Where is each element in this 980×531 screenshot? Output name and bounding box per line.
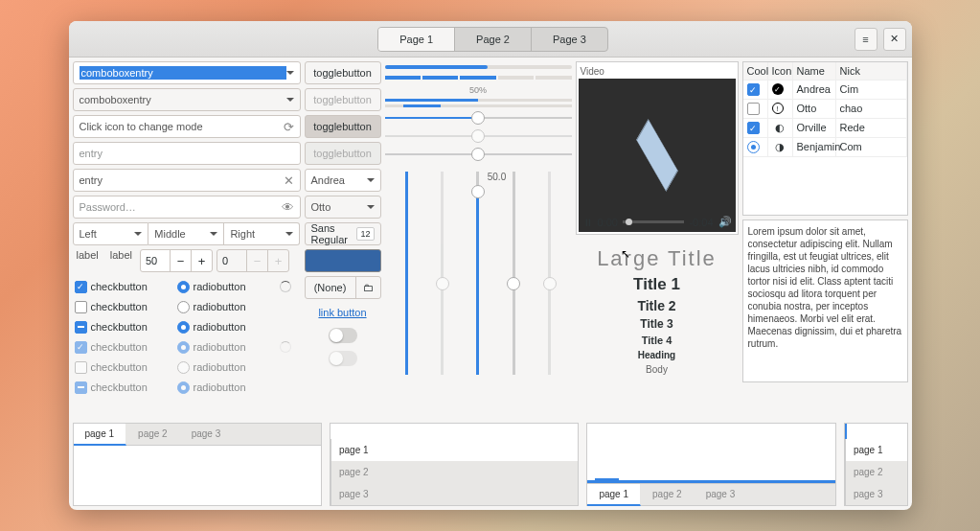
- togglebutton-disabled-on: togglebutton: [305, 142, 381, 165]
- header-tab-page3[interactable]: Page 3: [532, 28, 607, 51]
- slider-1[interactable]: [385, 110, 572, 126]
- seg-left[interactable]: Left: [73, 222, 149, 245]
- nb-tab[interactable]: page 1: [846, 439, 907, 461]
- seg-middle[interactable]: Middle: [148, 222, 224, 245]
- radio-mixed-disabled: [177, 381, 190, 394]
- checkbox[interactable]: [747, 103, 760, 115]
- levelbar-discrete: [385, 76, 572, 80]
- spinner-icon: [280, 341, 291, 353]
- checkbox-unchecked-disabled: [75, 361, 87, 374]
- minus-button: −: [246, 250, 267, 271]
- radio-mixed[interactable]: [177, 321, 190, 334]
- table-row[interactable]: ✓ ◐ Orville Rede: [743, 119, 907, 138]
- textview[interactable]: Lorem ipsum dolor sit amet, consectetur …: [742, 219, 908, 382]
- nb-tab[interactable]: page 1: [74, 424, 127, 446]
- combo-andrea[interactable]: Andrea: [305, 169, 381, 192]
- close-icon: ✕: [890, 33, 899, 45]
- checkbox[interactable]: ✓: [747, 83, 760, 96]
- levelbar-solid: [385, 65, 572, 69]
- notebook-right: page 1 page 2 page 3: [330, 423, 579, 506]
- nb-tab[interactable]: page 1: [331, 439, 578, 461]
- chevron-down-icon: [367, 205, 375, 209]
- linked-dropdowns: Left Middle Right: [73, 222, 301, 245]
- mode-entry[interactable]: Click icon to change mode⟳: [73, 115, 301, 138]
- radio-on-disabled: [177, 341, 190, 354]
- vslider-1[interactable]: [405, 172, 408, 375]
- nb-tab[interactable]: page 3: [846, 483, 907, 505]
- pause-icon[interactable]: ⏸: [582, 217, 593, 228]
- nb-tab[interactable]: page 2: [126, 424, 180, 445]
- hamburger-menu-button[interactable]: ≡: [855, 28, 877, 51]
- progressbar-50: [385, 99, 572, 102]
- notebook-row: page 1 page 2 page 3 page 1 page 2 page …: [69, 419, 912, 510]
- slider-marks[interactable]: [385, 147, 572, 162]
- link-button[interactable]: link button: [305, 303, 381, 322]
- diamond-icon: [636, 119, 677, 191]
- label-1: label: [73, 249, 103, 272]
- chevron-down-icon: [286, 98, 294, 102]
- typography-samples: Large Title Title 1 Title 2 Title 3 Titl…: [576, 239, 739, 382]
- nb-tab[interactable]: page 3: [180, 424, 234, 445]
- close-button[interactable]: ✕: [883, 28, 906, 51]
- checkbox-checked-disabled: ✓: [75, 341, 87, 354]
- comboboxentry[interactable]: comboboxentry: [73, 61, 301, 84]
- eye-icon[interactable]: 👁: [282, 200, 294, 215]
- treeview[interactable]: Cool Icon Name Nick ✓ ✓ Andrea Cim ! Ott…: [742, 61, 908, 216]
- spinbox-50[interactable]: 50−+: [140, 249, 213, 272]
- radio-on[interactable]: [177, 281, 190, 293]
- switch-1[interactable]: [329, 328, 357, 343]
- comboboxentry-disabled: comboboxentry: [73, 88, 301, 111]
- vslider-4[interactable]: [513, 172, 515, 375]
- minus-button[interactable]: −: [170, 250, 191, 271]
- slider-disabled: [385, 128, 572, 144]
- table-row[interactable]: ◑ Benjamin Com: [743, 138, 907, 157]
- entry-plain[interactable]: entry: [73, 142, 301, 165]
- status-icon: ◑: [775, 141, 785, 152]
- video-frame[interactable]: ⏸ 0:00 -0:04 🔊: [579, 79, 736, 232]
- plus-button[interactable]: +: [191, 250, 212, 271]
- entry-clearable[interactable]: entry✕: [73, 169, 301, 192]
- radio[interactable]: [747, 141, 760, 153]
- chevron-down-icon: [285, 232, 293, 236]
- table-row[interactable]: ! Otto chao: [743, 100, 907, 119]
- checkbox-unchecked[interactable]: [75, 301, 87, 313]
- clear-icon[interactable]: ✕: [284, 173, 294, 188]
- nb-tab[interactable]: page 1: [587, 484, 641, 506]
- video-widget: Video ⏸ 0:00 -0:04 🔊: [576, 61, 739, 235]
- video-seek[interactable]: [623, 220, 685, 223]
- progress-label: 50%: [385, 85, 572, 95]
- togglebutton-active[interactable]: togglebutton: [305, 115, 381, 138]
- password-entry[interactable]: Password…👁: [73, 196, 301, 219]
- vertical-sliders: 50.0: [385, 168, 572, 379]
- header-tab-page2[interactable]: Page 2: [455, 28, 532, 51]
- font-button[interactable]: Sans Regular12: [305, 222, 381, 245]
- checkbox-ind-disabled: [75, 381, 87, 394]
- nb-tab[interactable]: page 2: [641, 484, 695, 505]
- refresh-icon[interactable]: ⟳: [284, 120, 294, 134]
- checkbox[interactable]: ✓: [747, 122, 760, 134]
- checkbox-indeterminate[interactable]: [75, 321, 87, 334]
- radio-off[interactable]: [177, 301, 190, 313]
- vslider-3[interactable]: [476, 172, 479, 375]
- header-tab-page1[interactable]: Page 1: [378, 28, 455, 51]
- togglebutton-disabled-off: togglebutton: [305, 88, 381, 111]
- chevron-down-icon: [367, 178, 375, 182]
- chevron-down-icon: [286, 71, 294, 75]
- header-page-switcher: Page 1 Page 2 Page 3: [377, 27, 608, 52]
- table-row[interactable]: ✓ ✓ Andrea Cim: [743, 81, 907, 100]
- nb-tab[interactable]: page 2: [331, 461, 578, 483]
- togglebutton-1[interactable]: togglebutton: [305, 61, 381, 84]
- volume-icon[interactable]: 🔊: [718, 216, 732, 228]
- vslider-disabled: [441, 172, 444, 375]
- nb-tab[interactable]: page 3: [331, 483, 578, 505]
- nb-tab[interactable]: page 3: [695, 484, 748, 505]
- nb-tab[interactable]: page 2: [846, 461, 907, 483]
- chevron-down-icon: [134, 232, 142, 236]
- checkbox-checked[interactable]: ✓: [75, 281, 87, 293]
- switch-disabled: [329, 351, 357, 366]
- seg-right[interactable]: Right: [224, 222, 300, 245]
- color-button[interactable]: [305, 249, 381, 272]
- main-window: Page 1 Page 2 Page 3 ≡ ✕ comboboxentry c…: [69, 21, 912, 510]
- file-chooser-button[interactable]: (None)🗀: [305, 276, 381, 299]
- status-icon: ✓: [772, 83, 784, 95]
